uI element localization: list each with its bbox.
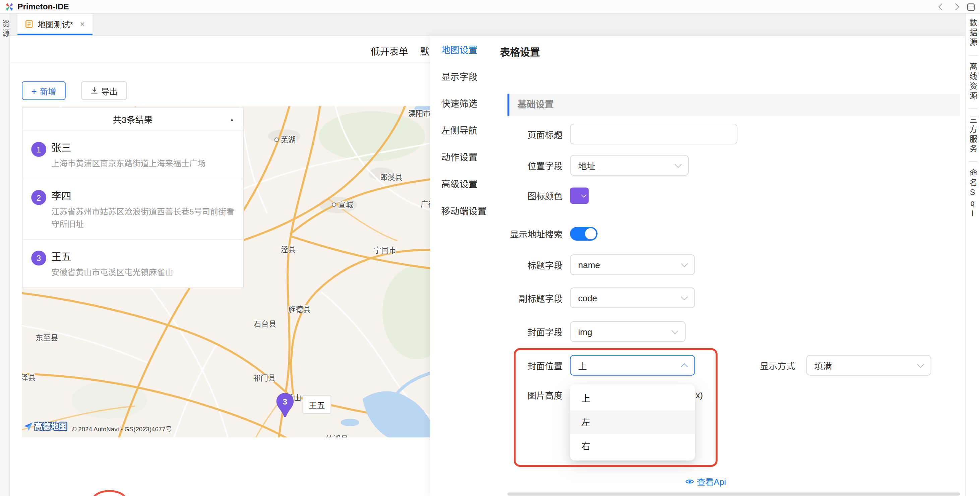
sidebar-item-named-sql[interactable]: 命名Sql [967,169,978,220]
editor-canvas: 低开表单 默 + 新增 导出 [10,35,430,496]
tab-close-icon[interactable]: × [80,19,85,29]
dropdown-option-left[interactable]: 左 [570,410,695,434]
view-api-link[interactable]: 查看Api [685,475,726,487]
divider [10,62,430,63]
sidebar-item-third-party-services[interactable]: 三方服务 [967,115,978,154]
city-dot-icon [332,202,336,207]
item-address: 江苏省苏州市姑苏区沧浪街道西善长巷5号司前街看守所旧址 [51,206,235,231]
select-value: 上 [578,359,587,371]
sidebar-item-offline-resources[interactable]: 离线资源 [967,62,978,101]
export-button[interactable]: 导出 [81,81,127,100]
eye-icon [685,477,694,486]
title-field-select[interactable]: name [570,254,695,275]
download-icon [91,87,98,94]
divider [969,108,977,108]
field-label: 图片高度 [430,389,570,401]
field-subtitle: 副标题字段 code [430,288,965,308]
right-sidebar: 数据源 离线资源 三方服务 命名Sql [965,14,980,496]
section-title: 基础设置 [517,100,554,110]
input-suffix: x) [696,390,703,400]
color-swatch[interactable] [570,188,589,203]
field-label: 图标颜色 [430,189,570,202]
list-item[interactable]: 2 李四 江苏省苏州市姑苏区沧浪街道西善长巷5号司前街看守所旧址 [22,179,243,240]
toolbar-partial-label[interactable]: 默 [420,44,430,57]
nav-forward-icon[interactable] [952,3,959,10]
app-window: Primeton-IDE 资源 地图测试* × 数据源 离线资源 三 [0,0,980,496]
app-logo-icon [5,2,14,11]
select-value: 填满 [815,359,832,371]
add-button[interactable]: + 新增 [22,81,65,100]
export-button-label: 导出 [101,85,118,97]
results-count: 共3条结果 [113,113,153,126]
titlebar: Primeton-IDE [0,0,980,14]
view-api-label: 查看Api [697,475,726,487]
map-label: 东至县 [35,332,58,342]
results-header[interactable]: 共3条结果 ▲ [22,108,243,131]
map-marker-label[interactable]: 王五 [303,395,331,414]
dropdown-option-right[interactable]: 右 [570,434,695,458]
amap-icon [23,421,33,431]
item-name: 李四 [51,189,235,203]
map-label: 旌德县 [288,303,311,314]
field-label: 标题字段 [430,258,570,271]
map-provider-logo: 高德地图 [23,420,67,432]
map-label: 广德市 [421,198,430,209]
map-attribution: © 2024 AutoNavi - GS(2023)4677号 [72,424,172,433]
nav-back-icon[interactable] [939,3,945,10]
field-label: 位置字段 [430,159,570,172]
results-panel: 共3条结果 ▲ 1 张三 上海市黄浦区南京东路街道上海来福士广场 2 李四 江苏… [22,108,243,288]
left-collapsed-panel[interactable]: 资源 [0,14,10,496]
cover-position-select[interactable]: 上 [570,355,695,376]
field-title: 标题字段 name [430,254,965,275]
cover-field-select[interactable]: img [570,321,686,342]
map-marker-pin[interactable]: 3 [275,393,294,420]
select-value: img [578,326,592,337]
divider [969,55,977,55]
list-item[interactable]: 3 王五 安徽省黄山市屯溪区屯光镇麻雀山 [22,240,243,288]
collapse-icon[interactable]: ▲ [229,117,235,122]
item-number-badge: 1 [31,142,46,157]
subtitle-field-select[interactable]: code [570,288,695,308]
field-label: 显示地址搜索 [430,227,570,240]
field-label: 封面位置 [430,359,570,371]
map-label: 溧阳市 [408,108,430,118]
city-dot-icon [275,137,279,142]
window-icon[interactable] [967,3,975,11]
item-name: 张三 [51,141,206,155]
address-search-toggle[interactable] [570,227,598,241]
nav-display-fields[interactable]: 显示字段 [430,64,500,91]
nav-map-settings[interactable]: 地图设置 [430,37,500,64]
map-label: 宁国市 [374,244,396,255]
item-address: 安徽省黄山市屯溪区屯光镇麻雀山 [51,266,173,278]
tab-label: 地图测试* [38,18,73,30]
sidebar-item-datasource[interactable]: 数据源 [967,19,978,48]
panel-title: 表格设置 [500,44,540,59]
page-title-input[interactable] [570,124,738,145]
app-title: Primeton-IDE [18,2,69,11]
divider [969,161,977,162]
location-select[interactable]: 地址 [570,155,689,176]
field-cover-position: 封面位置 上 显示方式 填满 [430,355,965,376]
section-basic-settings: 基础设置 [508,94,960,116]
map-label: 绩溪县 [326,433,348,437]
map-label: 祁门县 [253,372,275,383]
field-label: 封面字段 [430,326,570,338]
item-number-badge: 2 [31,190,46,205]
tab-map-test[interactable]: 地图测试* × [18,14,92,35]
display-mode-select[interactable]: 填满 [807,355,931,376]
nav-quick-filter[interactable]: 快速筛选 [430,91,500,117]
dropdown-option-top[interactable]: 上 [570,387,695,410]
list-item[interactable]: 1 张三 上海市黄浦区南京东路街道上海来福士广场 [22,131,243,180]
map-label: 郎溪县 [380,171,402,182]
map-label: 石台县 [254,318,276,329]
toolbar-form-label[interactable]: 低开表单 [371,44,408,57]
chevron-up-icon [681,363,688,370]
plus-icon: + [31,86,37,95]
map-label: 宣城 [332,199,353,210]
map-marker-number: 3 [283,397,287,406]
horizontal-scrollbar[interactable] [508,492,960,495]
cover-position-dropdown: 上 左 右 [570,385,695,461]
field-page-title: 页面标题 [430,124,965,145]
field-address-search: 显示地址搜索 [430,227,965,241]
add-button-label: 新增 [40,85,56,97]
